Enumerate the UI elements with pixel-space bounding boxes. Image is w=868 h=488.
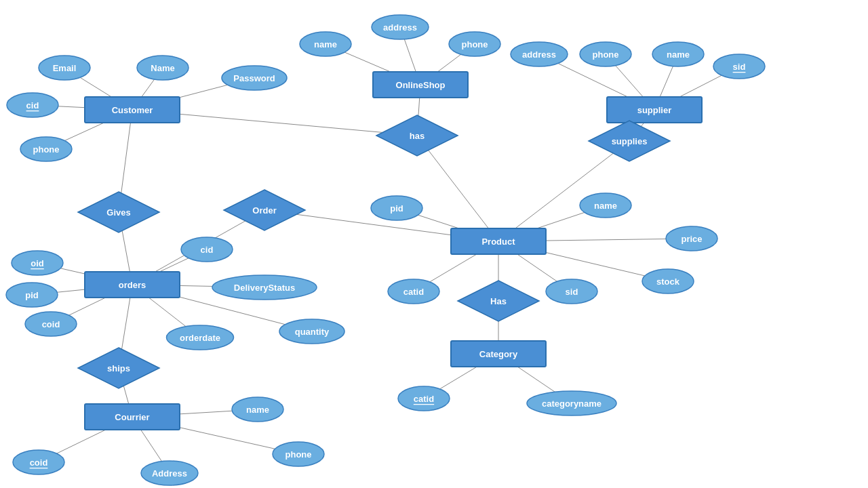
- svg-text:ships: ships: [107, 363, 130, 373]
- svg-text:name: name: [594, 201, 617, 211]
- er-diagram: OnlineShopCustomersupplierProductordersC…: [0, 0, 868, 488]
- svg-text:Product: Product: [481, 237, 515, 247]
- svg-text:oid: oid: [31, 258, 44, 268]
- svg-line-18: [498, 141, 629, 241]
- svg-text:cid: cid: [26, 100, 39, 110]
- svg-text:address: address: [383, 22, 417, 33]
- svg-text:DeliveryStatus: DeliveryStatus: [234, 283, 295, 293]
- svg-text:cid: cid: [201, 245, 214, 255]
- svg-text:sid: sid: [566, 287, 578, 297]
- svg-line-5: [417, 136, 498, 241]
- svg-text:Customer: Customer: [112, 105, 153, 115]
- svg-text:catid: catid: [414, 394, 434, 404]
- svg-text:name: name: [667, 49, 690, 60]
- svg-text:quantity: quantity: [295, 327, 330, 337]
- svg-text:supplier: supplier: [637, 105, 672, 115]
- svg-text:Email: Email: [53, 63, 77, 73]
- svg-text:Name: Name: [151, 63, 174, 73]
- svg-text:pid: pid: [25, 290, 39, 300]
- svg-text:price: price: [681, 234, 702, 244]
- svg-text:coid: coid: [30, 458, 48, 468]
- svg-text:stock: stock: [656, 277, 680, 287]
- svg-text:Address: Address: [152, 468, 187, 479]
- svg-text:Courrier: Courrier: [115, 412, 149, 422]
- svg-text:has: has: [410, 131, 425, 141]
- svg-text:phone: phone: [285, 449, 312, 460]
- svg-text:OnlineShop: OnlineShop: [396, 80, 446, 90]
- svg-text:Has: Has: [490, 296, 507, 306]
- svg-text:pid: pid: [390, 203, 403, 214]
- svg-text:catid: catid: [403, 287, 424, 297]
- svg-text:Order: Order: [252, 205, 276, 216]
- svg-text:Password: Password: [233, 73, 275, 83]
- svg-text:orderdate: orderdate: [180, 333, 220, 343]
- svg-text:Category: Category: [479, 349, 518, 359]
- svg-text:name: name: [246, 405, 269, 415]
- svg-text:coid: coid: [42, 319, 60, 329]
- svg-text:phone: phone: [462, 39, 488, 49]
- svg-text:address: address: [522, 49, 556, 60]
- svg-text:name: name: [314, 39, 337, 49]
- svg-text:supplies: supplies: [612, 136, 648, 146]
- svg-text:phone: phone: [593, 49, 619, 60]
- svg-text:categoryname: categoryname: [542, 399, 601, 409]
- svg-text:Gives: Gives: [106, 207, 130, 218]
- svg-text:sid: sid: [733, 62, 746, 72]
- svg-text:orders: orders: [119, 280, 146, 290]
- diagram-canvas: OnlineShopCustomersupplierProductordersC…: [0, 0, 868, 488]
- svg-text:phone: phone: [33, 144, 60, 155]
